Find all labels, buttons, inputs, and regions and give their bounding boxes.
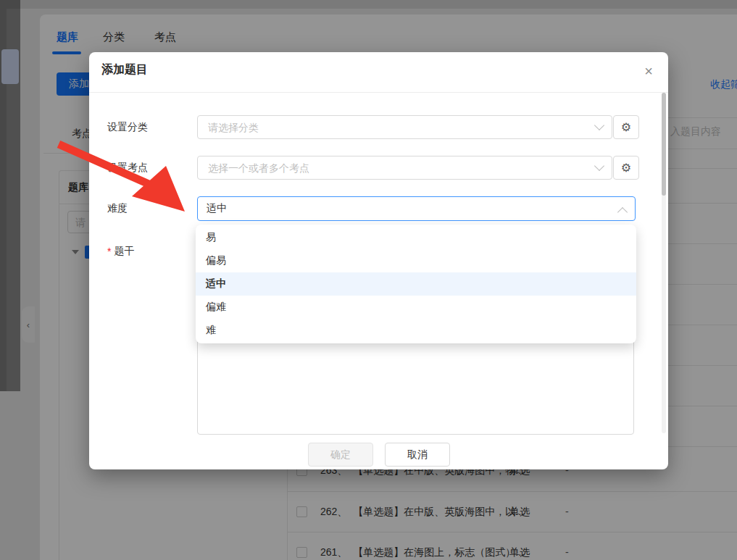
confirm-button[interactable]: 确定	[308, 443, 373, 467]
chevron-down-icon	[594, 161, 604, 171]
difficulty-dropdown: 易 偏易 适中 偏难 难	[196, 225, 636, 343]
required-asterisk: *	[107, 246, 111, 257]
chevron-down-icon	[594, 120, 604, 130]
modal-title: 添加题目	[101, 62, 148, 78]
app-root: 题库 分类 考点 添加 考点 收起筛 入题目内容 题库 ‹ 263、 【单选题】…	[0, 0, 737, 560]
difficulty-select[interactable]: 适中	[197, 196, 636, 221]
difficulty-select-value: 适中	[207, 202, 227, 215]
gear-icon: ⚙	[621, 161, 631, 175]
difficulty-option-easy[interactable]: 易	[196, 226, 636, 249]
points-field-label: 设置考点	[107, 156, 148, 180]
modal-scrollbar-thumb[interactable]	[662, 93, 666, 196]
difficulty-option-medium[interactable]: 适中	[196, 272, 636, 296]
stem-field-label: * 题干	[107, 239, 134, 263]
difficulty-field-label: 难度	[107, 196, 128, 220]
category-select-input[interactable]	[207, 121, 591, 134]
gear-icon: ⚙	[621, 120, 631, 134]
category-select[interactable]	[197, 115, 612, 139]
points-select-input[interactable]	[207, 162, 591, 175]
difficulty-option-somewhat-hard[interactable]: 偏难	[196, 296, 636, 319]
points-select[interactable]	[197, 156, 612, 180]
difficulty-option-hard[interactable]: 难	[196, 319, 636, 342]
close-icon[interactable]: ×	[638, 61, 659, 81]
points-settings-button[interactable]: ⚙	[613, 156, 639, 180]
cancel-button[interactable]: 取消	[385, 443, 450, 467]
difficulty-option-somewhat-easy[interactable]: 偏易	[196, 249, 636, 272]
chevron-up-icon	[617, 207, 628, 217]
modal-header-divider	[89, 92, 668, 93]
category-settings-button[interactable]: ⚙	[613, 115, 639, 139]
category-field-label: 设置分类	[107, 115, 148, 139]
